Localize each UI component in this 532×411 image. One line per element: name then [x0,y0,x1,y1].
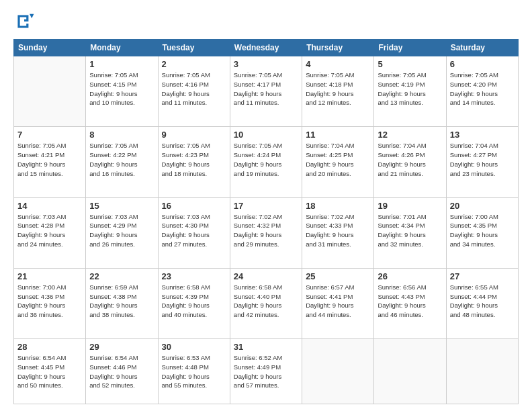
table-row [374,339,446,404]
cell-info: Sunrise: 7:05 AMSunset: 4:22 PMDaylight:… [89,141,154,178]
table-row [302,339,374,404]
table-row: 2Sunrise: 7:05 AMSunset: 4:16 PMDaylight… [158,56,230,127]
day-number: 5 [378,59,442,69]
cell-info: Sunrise: 7:05 AMSunset: 4:16 PMDaylight:… [162,71,226,107]
table-row: 14Sunrise: 7:03 AMSunset: 4:28 PMDayligh… [14,197,86,268]
day-number: 29 [89,342,154,352]
cell-info: Sunrise: 7:04 AMSunset: 4:27 PMDaylight:… [450,141,515,178]
cell-info: Sunrise: 6:55 AMSunset: 4:44 PMDaylight:… [450,283,515,320]
cell-info: Sunrise: 6:56 AMSunset: 4:43 PMDaylight:… [378,283,442,320]
header [13,11,519,32]
table-row: 7Sunrise: 7:05 AMSunset: 4:21 PMDaylight… [14,127,86,197]
table-row: 6Sunrise: 7:05 AMSunset: 4:20 PMDaylight… [446,56,518,127]
cell-info: Sunrise: 7:05 AMSunset: 4:20 PMDaylight:… [450,71,515,107]
cell-info: Sunrise: 7:00 AMSunset: 4:36 PMDaylight:… [17,283,82,320]
table-row [14,56,86,127]
calendar-week-row: 21Sunrise: 7:00 AMSunset: 4:36 PMDayligh… [14,268,519,338]
cell-info: Sunrise: 6:52 AMSunset: 4:49 PMDaylight:… [234,353,298,390]
day-number: 4 [306,59,370,69]
table-row: 12Sunrise: 7:04 AMSunset: 4:26 PMDayligh… [374,127,446,197]
day-number: 7 [17,130,82,140]
table-row [446,339,518,404]
day-number: 30 [162,342,226,352]
cell-info: Sunrise: 7:05 AMSunset: 4:15 PMDaylight:… [89,71,154,107]
day-number: 11 [306,130,370,140]
day-number: 18 [306,201,370,211]
day-number: 1 [89,59,154,69]
cell-info: Sunrise: 6:58 AMSunset: 4:40 PMDaylight:… [234,283,298,320]
table-row: 22Sunrise: 6:59 AMSunset: 4:38 PMDayligh… [86,268,158,338]
cell-info: Sunrise: 7:01 AMSunset: 4:34 PMDaylight:… [378,212,442,249]
day-number: 26 [378,271,442,281]
calendar-week-row: 7Sunrise: 7:05 AMSunset: 4:21 PMDaylight… [14,127,519,197]
cell-info: Sunrise: 7:00 AMSunset: 4:35 PMDaylight:… [450,212,515,249]
day-number: 22 [89,271,154,281]
cell-info: Sunrise: 7:02 AMSunset: 4:32 PMDaylight:… [234,212,298,249]
day-number: 6 [450,59,515,69]
day-number: 20 [450,201,515,211]
table-row: 21Sunrise: 7:00 AMSunset: 4:36 PMDayligh… [14,268,86,338]
col-wednesday: Wednesday [230,40,302,56]
cell-info: Sunrise: 7:05 AMSunset: 4:21 PMDaylight:… [17,141,82,178]
table-row: 31Sunrise: 6:52 AMSunset: 4:49 PMDayligh… [230,339,302,404]
col-monday: Monday [86,40,158,56]
table-row: 20Sunrise: 7:00 AMSunset: 4:35 PMDayligh… [446,197,518,268]
calendar-week-row: 28Sunrise: 6:54 AMSunset: 4:45 PMDayligh… [14,339,519,404]
table-row: 30Sunrise: 6:53 AMSunset: 4:48 PMDayligh… [158,339,230,404]
table-row: 27Sunrise: 6:55 AMSunset: 4:44 PMDayligh… [446,268,518,338]
table-row: 16Sunrise: 7:03 AMSunset: 4:30 PMDayligh… [158,197,230,268]
cell-info: Sunrise: 7:03 AMSunset: 4:30 PMDaylight:… [162,212,226,249]
cell-info: Sunrise: 6:53 AMSunset: 4:48 PMDaylight:… [162,353,226,390]
day-number: 28 [17,342,82,352]
table-row: 26Sunrise: 6:56 AMSunset: 4:43 PMDayligh… [374,268,446,338]
logo-icon [13,11,35,32]
table-row: 5Sunrise: 7:05 AMSunset: 4:19 PMDaylight… [374,56,446,127]
day-number: 15 [89,201,154,211]
page: Sunday Monday Tuesday Wednesday Thursday… [0,0,532,411]
table-row: 11Sunrise: 7:04 AMSunset: 4:25 PMDayligh… [302,127,374,197]
day-number: 8 [89,130,154,140]
cell-info: Sunrise: 7:05 AMSunset: 4:19 PMDaylight:… [378,71,442,107]
table-row: 24Sunrise: 6:58 AMSunset: 4:40 PMDayligh… [230,268,302,338]
day-number: 16 [162,201,226,211]
table-row: 25Sunrise: 6:57 AMSunset: 4:41 PMDayligh… [302,268,374,338]
day-number: 27 [450,271,515,281]
cell-info: Sunrise: 6:54 AMSunset: 4:46 PMDaylight:… [89,353,154,390]
cell-info: Sunrise: 7:03 AMSunset: 4:29 PMDaylight:… [89,212,154,249]
table-row: 3Sunrise: 7:05 AMSunset: 4:17 PMDaylight… [230,56,302,127]
day-number: 19 [378,201,442,211]
day-number: 24 [234,271,298,281]
day-number: 14 [17,201,82,211]
table-row: 9Sunrise: 7:05 AMSunset: 4:23 PMDaylight… [158,127,230,197]
day-number: 9 [162,130,226,140]
day-number: 17 [234,201,298,211]
day-number: 31 [234,342,298,352]
cell-info: Sunrise: 6:59 AMSunset: 4:38 PMDaylight:… [89,283,154,320]
cell-info: Sunrise: 6:54 AMSunset: 4:45 PMDaylight:… [17,353,82,390]
day-number: 25 [306,271,370,281]
cell-info: Sunrise: 7:04 AMSunset: 4:25 PMDaylight:… [306,141,370,178]
cell-info: Sunrise: 7:02 AMSunset: 4:33 PMDaylight:… [306,212,370,249]
table-row: 18Sunrise: 7:02 AMSunset: 4:33 PMDayligh… [302,197,374,268]
cell-info: Sunrise: 7:05 AMSunset: 4:18 PMDaylight:… [306,71,370,107]
cell-info: Sunrise: 7:05 AMSunset: 4:23 PMDaylight:… [162,141,226,178]
cell-info: Sunrise: 7:03 AMSunset: 4:28 PMDaylight:… [17,212,82,249]
day-number: 12 [378,130,442,140]
calendar-week-row: 1Sunrise: 7:05 AMSunset: 4:15 PMDaylight… [14,56,519,127]
day-header-row: Sunday Monday Tuesday Wednesday Thursday… [14,40,519,56]
table-row: 15Sunrise: 7:03 AMSunset: 4:29 PMDayligh… [86,197,158,268]
table-row: 19Sunrise: 7:01 AMSunset: 4:34 PMDayligh… [374,197,446,268]
col-thursday: Thursday [302,40,374,56]
logo [13,11,38,32]
col-sunday: Sunday [14,40,86,56]
col-friday: Friday [374,40,446,56]
day-number: 10 [234,130,298,140]
cell-info: Sunrise: 7:05 AMSunset: 4:17 PMDaylight:… [234,71,298,107]
day-number: 3 [234,59,298,69]
cell-info: Sunrise: 6:58 AMSunset: 4:39 PMDaylight:… [162,283,226,320]
table-row: 1Sunrise: 7:05 AMSunset: 4:15 PMDaylight… [86,56,158,127]
col-saturday: Saturday [446,40,518,56]
table-row: 17Sunrise: 7:02 AMSunset: 4:32 PMDayligh… [230,197,302,268]
table-row: 28Sunrise: 6:54 AMSunset: 4:45 PMDayligh… [14,339,86,404]
day-number: 23 [162,271,226,281]
